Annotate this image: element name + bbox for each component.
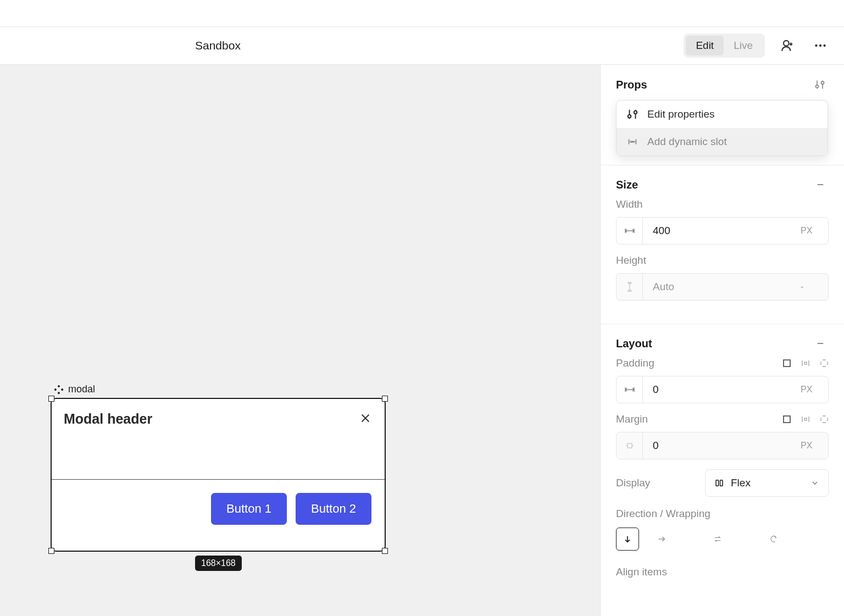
- height-label: Height: [616, 254, 829, 267]
- modal-title: Modal header: [64, 411, 152, 427]
- width-axis-icon: [617, 218, 643, 244]
- margin-xy-icon[interactable]: [801, 415, 810, 424]
- padding-xy-icon[interactable]: [801, 359, 810, 368]
- margin-individual-icon[interactable]: [820, 415, 829, 424]
- height-unit[interactable]: -: [801, 282, 828, 292]
- width-label: Width: [616, 198, 829, 210]
- mode-toggle: Edit Live: [684, 34, 765, 58]
- properties-sidebar: Props Edit properties Add dynamic slot: [601, 65, 844, 616]
- resize-handle-bl[interactable]: [48, 548, 54, 554]
- svg-rect-16: [716, 480, 719, 486]
- columns-icon: [714, 478, 724, 488]
- svg-rect-7: [61, 388, 64, 391]
- selection-size-badge: 168×168: [195, 556, 242, 571]
- svg-point-10: [634, 141, 635, 142]
- width-input-group: PX: [616, 217, 829, 245]
- width-input[interactable]: [643, 225, 801, 237]
- layout-section-title: Layout: [616, 337, 652, 350]
- svg-rect-17: [720, 480, 723, 486]
- component-tag[interactable]: modal: [54, 384, 95, 395]
- svg-point-2: [819, 45, 821, 47]
- component-icon: [54, 385, 64, 395]
- svg-point-1: [815, 45, 817, 47]
- svg-rect-11: [784, 360, 790, 367]
- reverse-icon: [769, 535, 778, 543]
- collapse-size-button[interactable]: [812, 176, 829, 193]
- slot-icon: [626, 136, 638, 148]
- svg-point-9: [632, 141, 633, 142]
- resize-handle-tl[interactable]: [48, 396, 54, 402]
- size-section-title: Size: [616, 179, 638, 191]
- edit-properties-label: Edit properties: [647, 108, 715, 120]
- margin-axis-icon: [617, 432, 643, 459]
- display-select[interactable]: Flex: [705, 469, 829, 497]
- close-icon: [359, 412, 371, 424]
- modal-close-button[interactable]: [359, 412, 371, 426]
- user-plus-icon: [780, 38, 795, 53]
- more-menu-button[interactable]: [810, 35, 831, 56]
- direction-row-button[interactable]: [650, 528, 673, 551]
- page-title: Sandbox: [195, 39, 241, 52]
- height-input-group: -: [616, 273, 829, 301]
- svg-rect-13: [784, 416, 790, 423]
- svg-point-3: [823, 45, 825, 47]
- collapse-layout-button[interactable]: [812, 335, 829, 352]
- svg-rect-4: [58, 385, 60, 387]
- padding-label: Padding: [616, 357, 654, 369]
- padding-input[interactable]: [643, 384, 801, 396]
- swap-icon: [713, 535, 722, 543]
- add-dynamic-slot-item[interactable]: Add dynamic slot: [617, 128, 828, 156]
- sliders-icon: [814, 79, 825, 90]
- live-mode-button[interactable]: Live: [724, 36, 763, 56]
- svg-rect-12: [804, 362, 807, 364]
- width-unit[interactable]: PX: [801, 226, 828, 236]
- margin-label: Margin: [616, 413, 648, 425]
- margin-unit[interactable]: PX: [801, 441, 828, 451]
- margin-all-icon[interactable]: [782, 415, 791, 424]
- direction-column-button[interactable]: [616, 528, 639, 551]
- padding-unit[interactable]: PX: [801, 385, 828, 395]
- padding-individual-icon[interactable]: [820, 359, 829, 368]
- edit-properties-item[interactable]: Edit properties: [617, 101, 828, 128]
- modal-component[interactable]: Modal header Button 1 Button 2: [51, 398, 386, 552]
- dots-horizontal-icon: [813, 38, 828, 53]
- sliders-icon: [626, 108, 638, 120]
- resize-handle-tr[interactable]: [382, 396, 388, 402]
- svg-rect-5: [58, 391, 60, 394]
- svg-point-0: [784, 41, 789, 46]
- padding-input-group: PX: [616, 376, 829, 403]
- props-dropdown-menu: Edit properties Add dynamic slot: [616, 100, 828, 156]
- direction-label: Direction / Wrapping: [616, 508, 829, 520]
- svg-rect-14: [804, 418, 807, 420]
- props-section-title: Props: [616, 79, 647, 91]
- box-icon: [625, 442, 634, 449]
- display-value: Flex: [731, 477, 804, 489]
- height-axis-icon: [617, 274, 643, 300]
- add-user-button[interactable]: [777, 35, 798, 56]
- arrow-down-icon: [623, 535, 632, 543]
- svg-point-8: [630, 141, 631, 142]
- svg-rect-6: [54, 388, 57, 391]
- component-name-label: modal: [68, 384, 95, 395]
- props-settings-button[interactable]: [811, 76, 829, 93]
- margin-input-group: PX: [616, 432, 829, 459]
- height-input[interactable]: [643, 281, 801, 293]
- wrap-button[interactable]: [706, 528, 729, 551]
- padding-all-icon[interactable]: [782, 359, 791, 368]
- display-label: Display: [616, 477, 650, 489]
- edit-mode-button[interactable]: Edit: [686, 36, 724, 56]
- vertical-icon: [626, 282, 633, 292]
- modal-button-1[interactable]: Button 1: [211, 493, 287, 525]
- chevron-down-icon: [810, 479, 819, 487]
- canvas-area[interactable]: modal Modal header Button 1 Button 2 168…: [0, 65, 601, 616]
- minus-icon: [815, 338, 825, 348]
- resize-handle-br[interactable]: [382, 548, 388, 554]
- minus-icon: [815, 180, 825, 190]
- align-items-label: Align items: [616, 566, 829, 578]
- margin-input[interactable]: [643, 440, 801, 452]
- horizontal-icon: [625, 227, 635, 234]
- modal-button-2[interactable]: Button 2: [296, 493, 371, 525]
- reverse-button[interactable]: [762, 528, 785, 551]
- add-dynamic-slot-label: Add dynamic slot: [647, 136, 727, 148]
- svg-rect-15: [628, 443, 632, 448]
